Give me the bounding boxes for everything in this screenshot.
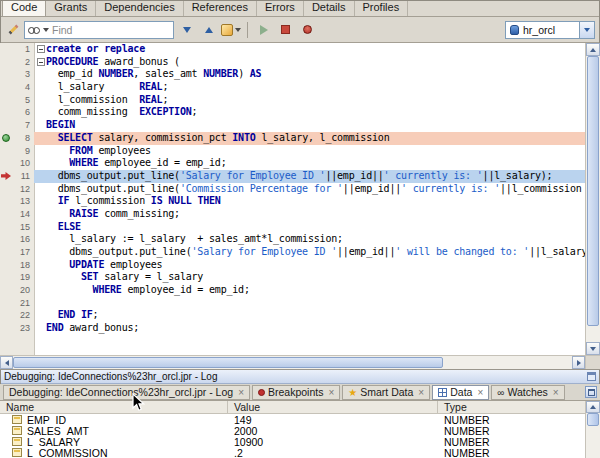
log-panel-header[interactable]: Debugging: IdeConnections%23hr_orcl.jpr … [0, 370, 600, 384]
scroll-up-button[interactable] [586, 43, 600, 56]
breakpoint-icon[interactable] [2, 134, 10, 142]
code-text[interactable]: comm_missing EXCEPTION; [46, 106, 585, 119]
find-input[interactable] [52, 23, 170, 37]
cell-value[interactable]: 2000 [228, 425, 438, 436]
editor-horizontal-scrollbar[interactable] [0, 355, 585, 369]
gutter-margin[interactable] [0, 183, 13, 196]
cell-name[interactable]: L_COMMISSION [0, 447, 228, 458]
editor-tab-profiles[interactable]: Profiles [355, 0, 409, 16]
cell-name[interactable]: SALES_AMT [0, 425, 228, 436]
code-text[interactable]: l_commission REAL; [46, 94, 585, 107]
fold-toggle-icon[interactable] [35, 56, 46, 69]
gutter-margin[interactable] [0, 94, 13, 107]
editor-vertical-scrollbar[interactable] [585, 43, 600, 355]
minimize-panel-button[interactable] [585, 386, 597, 398]
editor-tab-dependencies[interactable]: Dependencies [96, 0, 183, 16]
run-button[interactable] [254, 20, 273, 40]
code-text[interactable]: l_salary REAL; [46, 81, 585, 94]
vertical-scroll-thumb[interactable] [587, 56, 599, 326]
scroll-left-button[interactable] [0, 356, 13, 369]
cell-name[interactable]: EMP_ID [0, 414, 228, 425]
gutter-margin[interactable] [0, 297, 13, 310]
code-text[interactable]: END IF; [46, 309, 585, 322]
editor-tab-grants[interactable]: Grants [46, 0, 96, 16]
cell-value[interactable]: 10900 [228, 436, 438, 447]
close-tab-icon[interactable]: × [238, 387, 244, 398]
tab-watches[interactable]: ∞Watches× [491, 385, 564, 400]
cell-type[interactable]: NUMBER [438, 414, 585, 425]
editor-tab-errors[interactable]: Errors [257, 0, 304, 16]
code-text[interactable]: WHERE employee_id = emp_id; [46, 157, 585, 170]
code-editor[interactable]: 1create or replace2PROCEDURE award_bonus… [0, 43, 600, 370]
gutter-margin[interactable] [0, 233, 13, 246]
horizontal-scroll-thumb[interactable] [13, 357, 443, 368]
gutter-margin[interactable] [0, 309, 13, 322]
tab-data[interactable]: Data× [432, 385, 489, 400]
find-next-button[interactable] [177, 20, 196, 40]
fold-toggle-icon[interactable] [35, 43, 46, 56]
code-text[interactable]: FROM employees [46, 145, 585, 158]
code-text[interactable]: SELECT salary, commission_pct INTO l_sal… [46, 132, 585, 145]
editor-tab-references[interactable]: References [184, 0, 257, 16]
gutter-margin[interactable] [0, 322, 13, 335]
gutter-margin[interactable] [0, 145, 13, 158]
table-row[interactable]: L_SALARY10900NUMBER [0, 436, 585, 447]
gutter-margin[interactable] [0, 157, 13, 170]
table-row[interactable]: L_COMMISSION.2NUMBER [0, 447, 585, 458]
gutter-margin[interactable] [0, 132, 13, 145]
editor-tab-code[interactable]: Code [2, 0, 46, 16]
table-row[interactable]: SALES_AMT2000NUMBER [0, 425, 585, 436]
gutter-margin[interactable] [0, 43, 13, 56]
code-text[interactable]: RAISE comm_missing; [46, 208, 585, 221]
grid-scroll-thumb[interactable] [587, 413, 599, 426]
gutter-margin[interactable] [0, 170, 13, 183]
code-text[interactable]: dbms_output.put_line('Salary for Employe… [46, 246, 585, 259]
table-row[interactable]: EMP_ID149NUMBER [0, 414, 585, 425]
pencil-icon[interactable] [5, 22, 21, 38]
code-text[interactable]: emp_id NUMBER, sales_amt NUMBER) AS [46, 68, 585, 81]
stop-button[interactable] [276, 20, 295, 40]
code-text[interactable]: WHERE employee_id = emp_id; [46, 284, 585, 297]
code-text[interactable]: PROCEDURE award_bonus ( [46, 56, 585, 69]
gutter-margin[interactable] [0, 106, 13, 119]
cell-type[interactable]: NUMBER [438, 436, 585, 447]
code-text[interactable]: IF l_commission IS NULL THEN [46, 195, 585, 208]
gutter-margin[interactable] [0, 208, 13, 221]
find-previous-button[interactable] [199, 20, 218, 40]
code-area[interactable]: 1create or replace2PROCEDURE award_bonus… [0, 43, 585, 355]
connection-select[interactable]: hr_orcl [505, 21, 595, 39]
gutter-margin[interactable] [0, 81, 13, 94]
code-text[interactable]: dbms_output.put_line('Salary for Employe… [46, 170, 585, 183]
scroll-down-button[interactable] [586, 342, 600, 355]
code-text[interactable]: ELSE [46, 221, 585, 234]
find-combo[interactable] [24, 21, 174, 39]
highlight-options-button[interactable] [221, 20, 241, 40]
cell-type[interactable]: NUMBER [438, 425, 585, 436]
grid-scroll-up-button[interactable] [586, 401, 600, 413]
gutter-margin[interactable] [0, 221, 13, 234]
panel-menu-icon[interactable] [587, 372, 596, 381]
code-text[interactable]: BEGIN [46, 119, 585, 132]
tab-smart-data[interactable]: ★Smart Data× [342, 385, 430, 400]
scroll-right-button[interactable] [572, 356, 585, 369]
code-text[interactable]: create or replace [46, 43, 585, 56]
code-text[interactable]: l_salary := l_salary + sales_amt*l_commi… [46, 233, 585, 246]
close-tab-icon[interactable]: × [477, 387, 483, 398]
code-text[interactable]: dbms_output.put_line('Commission Percent… [46, 183, 585, 196]
find-dropdown-icon[interactable] [43, 28, 49, 32]
gutter-margin[interactable] [0, 68, 13, 81]
grid-scrollbar[interactable] [585, 401, 600, 458]
connection-dropdown-button[interactable] [579, 22, 594, 38]
close-tab-icon[interactable]: × [418, 387, 424, 398]
code-text[interactable]: UPDATE employees [46, 259, 585, 272]
code-text[interactable]: SET salary = l_salary [46, 271, 585, 284]
editor-tab-details[interactable]: Details [304, 0, 355, 16]
gutter-margin[interactable] [0, 284, 13, 297]
debug-button[interactable] [298, 20, 317, 40]
column-header-type[interactable]: Type [438, 401, 585, 413]
cell-value[interactable]: .2 [228, 447, 438, 458]
gutter-margin[interactable] [0, 246, 13, 259]
close-tab-icon[interactable]: × [328, 387, 334, 398]
close-tab-icon[interactable]: × [553, 387, 559, 398]
gutter-margin[interactable] [0, 56, 13, 69]
